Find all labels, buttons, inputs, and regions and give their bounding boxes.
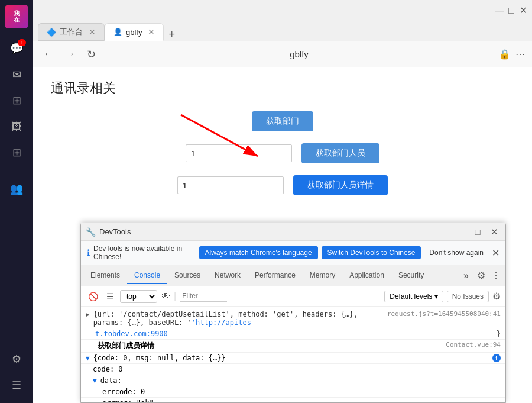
info-badge: ℹ <box>492 354 501 362</box>
workbench-tab-icon: 🔷 <box>47 28 56 37</box>
tab-network[interactable]: Network <box>207 267 248 284</box>
forward-button[interactable]: → <box>61 46 78 63</box>
console-row-errcode: errcode: 0 <box>81 386 505 398</box>
console-text-code: code: 0 <box>93 365 501 373</box>
console-text-1: {url: '/contact/deptUsetailList', method… <box>93 310 384 327</box>
gblfy-tab-close[interactable]: ✕ <box>148 27 155 37</box>
sidebar-item-image[interactable]: 🖼 <box>6 116 27 137</box>
get-dept-members-button[interactable]: 获取部门人员 <box>301 143 379 163</box>
expand-arrow-1[interactable]: ▶ <box>86 311 90 318</box>
language-prompt-close-button[interactable]: ✕ <box>492 247 499 259</box>
address-bar: ← → ↻ gblfy 🔒 ⋯ <box>33 41 532 67</box>
devtools-minimize-button[interactable]: — <box>455 225 468 238</box>
get-dept-row: 获取部门 <box>252 111 313 131</box>
expand-arrow-obj[interactable]: ▼ <box>86 354 90 362</box>
back-button[interactable]: ← <box>40 46 57 63</box>
image-icon: 🖼 <box>11 121 22 133</box>
console-row-obj: ▼ {code: 0, msg: null, data: {…}} ℹ <box>81 353 505 364</box>
sidebar-item-notification[interactable]: 💬 1 <box>6 38 27 59</box>
console-link-1[interactable]: request.js?t=1645945508040:41 <box>387 310 501 318</box>
console-filter-input[interactable] <box>180 291 227 302</box>
page-title: 通讯录相关 <box>51 79 514 97</box>
console-link-label[interactable]: Contact.vue:94 <box>446 341 501 349</box>
input-row-2: 获取部门人员详情 <box>177 175 388 195</box>
always-match-language-button[interactable]: Always match Chrome's language <box>199 246 318 259</box>
sidebar-divider <box>8 173 25 173</box>
tab-memory[interactable]: Memory <box>303 267 342 284</box>
toggle-console-button[interactable]: ☰ <box>104 291 116 302</box>
tab-performance[interactable]: Performance <box>248 267 303 284</box>
minimize-button[interactable]: — <box>495 7 504 15</box>
reload-button[interactable]: ↻ <box>83 46 99 63</box>
context-selector[interactable]: top <box>120 290 157 303</box>
sidebar-item-settings[interactable]: ⚙ <box>6 349 27 370</box>
console-row-label: 获取部门成员详情 Contact.vue:94 <box>81 340 505 353</box>
page-content: 通讯录相关 获取部门 获取部门人员 获取部门人员详情 <box>33 67 532 403</box>
tab-application[interactable]: Application <box>342 267 391 284</box>
expand-arrow-data[interactable]: ▼ <box>93 377 97 385</box>
url-input[interactable]: gblfy <box>104 46 494 63</box>
console-text-continuation: t.tobdev.com:9900 <box>95 330 493 338</box>
console-row-1: ▶ {url: '/contact/deptUsetailList', meth… <box>81 309 505 328</box>
devtools-window: 🔧 DevTools — □ ✕ ℹ DevTools is now avail… <box>80 223 506 403</box>
close-button[interactable]: ✕ <box>519 7 527 15</box>
devtools-tabs: Elements Console Sources Network Perform… <box>81 265 505 286</box>
browser-area: — □ ✕ 🔷 工作台 ✕ 👤 gblfy ✕ + ← → ↻ gblfy 🔒 … <box>33 0 532 403</box>
eye-button[interactable]: 👁 <box>161 291 170 302</box>
window-controls: — □ ✕ <box>495 7 527 15</box>
dept-id-input[interactable] <box>186 144 292 162</box>
sources-tab-label: Sources <box>174 271 200 279</box>
sidebar-item-hamburger[interactable]: ☰ <box>6 375 27 396</box>
language-prompt-text: DevTools is now available in Chinese! <box>93 244 196 261</box>
workbench-tab-close[interactable]: ✕ <box>89 27 96 37</box>
filter-separator: | <box>174 291 176 302</box>
language-prompt-bar: ℹ DevTools is now available in Chinese! … <box>81 241 505 265</box>
sidebar-item-contacts[interactable]: 👥 <box>6 178 27 199</box>
info-icon: ℹ <box>87 248 90 257</box>
tab-workbench[interactable]: 🔷 工作台 ✕ <box>38 23 105 41</box>
hamburger-icon: ☰ <box>12 379 21 392</box>
get-dept-button[interactable]: 获取部门 <box>252 111 313 131</box>
more-button[interactable]: ⋯ <box>515 49 525 60</box>
sidebar-item-mail[interactable]: ✉ <box>6 64 27 85</box>
more-tabs-button[interactable]: » <box>459 270 473 281</box>
console-text-errmsg: errmsg: "ok" <box>102 399 501 402</box>
sidebar-item-grid[interactable]: ⊞ <box>6 90 27 111</box>
new-tab-button[interactable]: + <box>168 28 175 41</box>
no-issues-button[interactable]: No Issues <box>447 291 489 302</box>
gblfy-tab-icon: 👤 <box>113 28 122 36</box>
workbench-tab-label: 工作台 <box>60 27 83 37</box>
console-row-data: ▼ data: <box>81 375 505 386</box>
sidebar-item-apps[interactable]: ⊞ <box>6 142 27 163</box>
memory-tab-label: Memory <box>310 271 335 279</box>
devtools-restore-button[interactable]: □ <box>471 225 484 238</box>
switch-to-chinese-button[interactable]: Switch DevTools to Chinese <box>322 246 421 259</box>
restore-button[interactable]: □ <box>507 7 515 15</box>
tab-gblfy[interactable]: 👤 gblfy ✕ <box>105 23 164 41</box>
tab-elements[interactable]: Elements <box>83 267 127 284</box>
log-levels-button[interactable]: Default levels ▾ <box>384 291 443 302</box>
clear-console-button[interactable]: 🚫 <box>86 291 100 302</box>
content-area: 获取部门 获取部门人员 获取部门人员详情 <box>51 111 514 195</box>
browser-titlebar: — □ ✕ <box>33 0 532 21</box>
devtools-titlebar: 🔧 DevTools — □ ✕ <box>81 223 505 241</box>
devtools-more-icon[interactable]: ⋮ <box>489 270 503 281</box>
member-id-input[interactable] <box>177 176 284 194</box>
application-tab-label: Application <box>349 271 384 279</box>
devtools-title: DevTools <box>99 227 451 236</box>
sidebar: 我在 💬 1 ✉ ⊞ 🖼 ⊞ 👥 ⚙ ☰ <box>0 0 33 403</box>
console-settings-button[interactable]: ⚙ <box>492 291 501 302</box>
console-row-errmsg: errmsg: "ok" <box>81 398 505 402</box>
dismiss-language-button[interactable]: Don't show again <box>424 246 488 259</box>
shield-icon: 🔒 <box>499 49 511 60</box>
console-row-code: code: 0 <box>81 364 505 375</box>
tab-console[interactable]: Console <box>127 267 167 284</box>
get-dept-member-detail-button[interactable]: 获取部门人员详情 <box>293 175 388 195</box>
devtools-settings-icon[interactable]: ⚙ <box>473 270 489 281</box>
tab-sources[interactable]: Sources <box>167 267 207 284</box>
devtools-close-button[interactable]: ✕ <box>488 225 501 238</box>
tab-security[interactable]: Security <box>391 267 431 284</box>
tabs-bar: 🔷 工作台 ✕ 👤 gblfy ✕ + <box>33 21 532 41</box>
apps-icon: ⊞ <box>12 146 21 159</box>
avatar[interactable]: 我在 <box>5 5 28 28</box>
